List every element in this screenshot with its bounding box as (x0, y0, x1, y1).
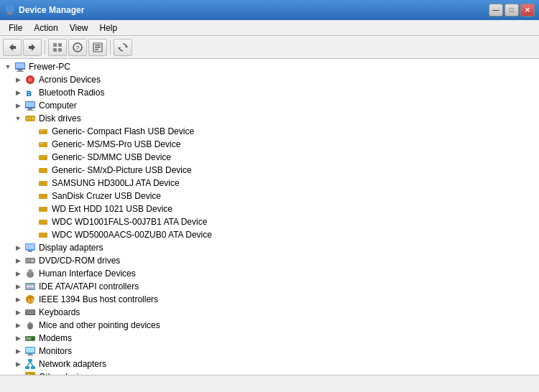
tree-bluetooth[interactable]: ▶ ʙ Bluetooth Radios (0, 86, 539, 99)
svg-rect-35 (40, 130, 43, 131)
tree-ide[interactable]: ▶ IDE ATA/ATAPI controllers (0, 280, 539, 293)
help-button[interactable]: ? (68, 39, 87, 56)
tree-hid[interactable]: ▶ Human Interface Devices (0, 267, 539, 280)
disk-item-icon-3 (37, 151, 49, 163)
disk-2-label: Generic- MS/MS-Pro USB Device (50, 139, 180, 149)
ieee-label: IEEE 1394 Bus host controllers (37, 294, 158, 304)
svg-rect-8 (58, 43, 62, 47)
disk-item-icon-7 (37, 203, 49, 215)
tree-computer[interactable]: ▶ Computer (0, 99, 539, 112)
tree-disk-4[interactable]: ▶ Generic- SM/xD-Picture USB Device (0, 164, 539, 177)
mice-label: Mice and other pointing devices (37, 320, 160, 330)
maximize-button[interactable]: □ (505, 4, 519, 17)
keyboard-icon (24, 307, 36, 318)
monitor-icon (24, 345, 36, 357)
svg-rect-28 (26, 102, 34, 107)
tree-acronis[interactable]: ▶ Acronis Devices (0, 73, 539, 86)
svg-rect-1 (8, 12, 12, 14)
svg-rect-16 (95, 49, 98, 50)
modems-label: Modems (37, 333, 72, 343)
tree-disk-7[interactable]: ▶ WD Ext HDD 1021 USB Device (0, 202, 539, 215)
status-bar (0, 375, 539, 392)
tree-disk-5[interactable]: ▶ SAMSUNG HD300LJ ATA Device (0, 177, 539, 190)
disk-4-label: Generic- SM/xD-Picture USB Device (50, 165, 192, 175)
expand-mice-icon: ▶ (13, 320, 23, 330)
tree-disk-3[interactable]: ▶ Generic- SD/MMC USB Device (0, 151, 539, 164)
menu-action[interactable]: Action (28, 22, 63, 34)
forward-button[interactable] (23, 39, 42, 56)
svg-rect-66 (27, 312, 28, 314)
bluetooth-label: Bluetooth Radios (37, 88, 104, 98)
back-button[interactable] (3, 39, 22, 56)
svg-rect-10 (58, 48, 62, 52)
svg-rect-65 (32, 310, 34, 312)
svg-rect-22 (17, 71, 24, 72)
svg-rect-9 (53, 48, 57, 52)
disk-drives-icon (24, 113, 36, 124)
svg-point-58 (32, 286, 33, 287)
svg-rect-78 (28, 354, 32, 355)
svg-rect-20 (16, 63, 24, 68)
tree-monitors[interactable]: ▶ Monitors (0, 345, 539, 358)
disk-drives-label: Disk drives (37, 113, 81, 123)
svg-text:ʙ: ʙ (26, 88, 32, 98)
tree-disk-1[interactable]: ▶ Generic- Compact Flash USB Device (0, 125, 539, 138)
svg-point-49 (31, 259, 34, 262)
svg-rect-43 (39, 220, 47, 225)
svg-point-32 (32, 118, 34, 120)
monitors-label: Monitors (37, 346, 72, 356)
tree-dvd[interactable]: ▶ DVD/CD-ROM drives (0, 254, 539, 267)
disk-item-icon-4 (37, 164, 49, 176)
menu-file[interactable]: File (3, 22, 28, 34)
computer-icon (14, 61, 26, 73)
tree-mice[interactable]: ▶ Mice and other pointing devices (0, 319, 539, 332)
svg-rect-44 (39, 233, 47, 238)
menu-help[interactable]: Help (94, 22, 124, 34)
disk-item-icon-1 (37, 126, 49, 137)
disk-9-label: WDC WD5000AACS-00ZUB0 ATA Device (50, 230, 212, 240)
svg-point-24 (28, 78, 32, 82)
svg-rect-6 (29, 46, 32, 49)
svg-rect-30 (27, 110, 34, 111)
tree-network[interactable]: ▶ Network adapters (0, 358, 539, 370)
svg-point-74 (29, 338, 30, 340)
svg-rect-7 (53, 43, 57, 47)
svg-rect-64 (30, 310, 32, 312)
computer-node-icon (24, 100, 36, 111)
menu-view[interactable]: View (64, 22, 94, 34)
tree-ieee[interactable]: ▶ 1394 IEEE 1394 Bus host controllers (0, 293, 539, 306)
properties-button[interactable] (88, 39, 107, 56)
tree-disk-drives[interactable]: ▼ Disk drives (0, 112, 539, 125)
device-tree[interactable]: ▼ Frewer-PC ▶ Acronis Devices (0, 59, 539, 375)
close-button[interactable]: ✕ (520, 4, 535, 17)
expand-ide-icon: ▶ (13, 281, 23, 291)
disk-item-icon-8 (37, 216, 49, 228)
network-icon (24, 358, 36, 370)
tree-disk-8[interactable]: ▶ WDC WD1001FALS-00J7B1 ATA Device (0, 215, 539, 228)
ide-label: IDE ATA/ATAPI controllers (37, 281, 139, 291)
svg-rect-37 (40, 143, 43, 144)
tree-display[interactable]: ▶ Display adapters (0, 241, 539, 254)
view-icon-button[interactable] (48, 39, 67, 56)
svg-rect-67 (29, 312, 32, 314)
toolbar-separator-1 (45, 40, 45, 55)
svg-text:!: ! (27, 373, 30, 375)
minimize-button[interactable]: — (489, 4, 503, 17)
tree-modems[interactable]: ▶ Modems (0, 332, 539, 345)
expand-dvd-icon: ▶ (13, 256, 23, 266)
title-bar: Device Manager — □ ✕ (0, 0, 539, 20)
computer-label: Computer (37, 101, 77, 111)
svg-rect-41 (39, 194, 47, 199)
tree-keyboards[interactable]: ▶ Keyboards (0, 306, 539, 319)
svg-line-84 (30, 362, 33, 366)
refresh-button[interactable] (114, 39, 132, 56)
acronis-label: Acronis Devices (37, 75, 101, 85)
main-area: ▼ Frewer-PC ▶ Acronis Devices (0, 59, 539, 375)
tree-other[interactable]: ▼ ! Other devices (0, 370, 539, 375)
disk-1-label: Generic- Compact Flash USB Device (50, 126, 194, 136)
tree-disk-9[interactable]: ▶ WDC WD5000AACS-00ZUB0 ATA Device (0, 228, 539, 241)
tree-disk-2[interactable]: ▶ Generic- MS/MS-Pro USB Device (0, 138, 539, 151)
tree-disk-6[interactable]: ▶ SanDisk Cruzer USB Device (0, 190, 539, 202)
tree-root[interactable]: ▼ Frewer-PC (0, 60, 539, 73)
svg-rect-39 (39, 168, 47, 173)
